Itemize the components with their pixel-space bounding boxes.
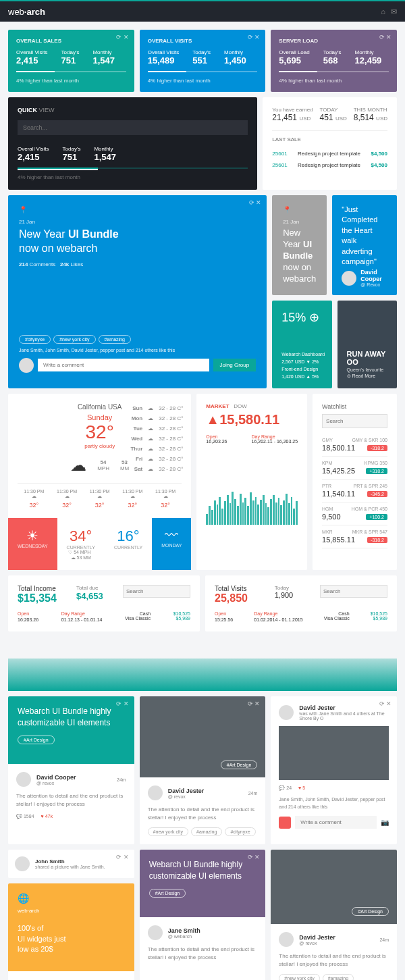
bundle-card-gray: 📍 21 Jan New Year UI Bundlenow on webarc…	[272, 195, 327, 295]
visits-search-input[interactable]	[320, 585, 387, 598]
mail-icon[interactable]: ✉	[391, 7, 397, 16]
watchlist-card: Watchlist GMYGMY & SKR 10018,500.11-318.…	[313, 394, 397, 570]
refresh-icon[interactable]: ⟳	[249, 199, 254, 206]
area-chart	[8, 637, 397, 691]
tab-dow[interactable]: DOW	[234, 403, 247, 409]
weather-icon: ☁	[70, 456, 86, 475]
income-search-input[interactable]	[123, 585, 190, 598]
home-icon[interactable]: ⌂	[381, 7, 385, 16]
camera-icon[interactable]: 📷	[381, 819, 389, 826]
join-group-button[interactable]: Joing Group	[213, 359, 256, 371]
avatar	[16, 772, 31, 787]
tab-market[interactable]: MARKET	[206, 403, 229, 409]
avatar	[148, 925, 163, 940]
refresh-icon[interactable]: ⟳	[116, 700, 122, 707]
overall-visits-card: ⟳ ✕ OVERALL VISITS Overall Visits15,489 …	[140, 30, 266, 92]
avatar	[279, 817, 291, 829]
overall-sales-card: ⟳ ✕ OVERALL SALES Overall Visits2,415 To…	[8, 30, 134, 92]
tag[interactable]: #Art Design	[221, 760, 258, 769]
watchlist-item[interactable]: PTRPRT & SPR 24511,540.11-345.2	[322, 480, 387, 502]
comment-input[interactable]	[38, 359, 209, 371]
social-card-2: ⟳ ✕#Art Design David Jester@ revox24m Th…	[140, 696, 266, 844]
comment-input[interactable]	[295, 816, 377, 829]
quickview-search-input[interactable]	[18, 120, 248, 135]
close-icon[interactable]: ✕	[124, 700, 129, 707]
bundle-card: ⟳ ✕ 📍 21 Jan New Year UI Bundlenow on we…	[8, 195, 267, 388]
avatar	[279, 932, 294, 947]
tag[interactable]: #Art Design	[18, 736, 55, 744]
social-card-1: ⟳ ✕ Webarch UI Bundle highly customizabl…	[8, 696, 134, 844]
quick-view-card: QUICK VIEW Overall Visits2,415 Today's75…	[8, 97, 257, 190]
avatar	[342, 271, 356, 286]
stats-row: ⟳ ✕ OVERALL SALES Overall Visits2,415 To…	[8, 30, 397, 92]
read-more-link[interactable]: ⊙ Read More	[347, 373, 387, 379]
tag[interactable]: #Art Design	[149, 889, 186, 898]
avatar	[15, 856, 30, 871]
share-card: ⟳ ✕ John Smithshared a picture with Jane…	[8, 850, 134, 878]
tag[interactable]: #amazing	[99, 335, 131, 344]
percentage-card: 15% ⊕ Webarch Dashboard2,567 USD ▼ 2% Fr…	[272, 301, 331, 388]
watchlist-item[interactable]: MKRMKR & SPR 54715,855.11-318.2	[322, 525, 387, 548]
topbar: web·arch ⌂ ✉	[0, 0, 405, 22]
watchlist-search-input[interactable]	[322, 414, 387, 428]
social-card-3: ⟳ ✕ David Jesterwas with Jane Smith and …	[271, 696, 397, 844]
post-image	[279, 726, 389, 780]
social-card-5: #Art Design David Jester@ revox24m The a…	[271, 850, 397, 980]
weather-tile-mon: 〰MONDAY	[152, 518, 191, 570]
weather-card: California USA Sunday 32° partly cloudy …	[8, 394, 191, 518]
avatar	[19, 358, 34, 373]
avatar	[279, 705, 294, 720]
total-visits-card: Total Visits25,850 Today1,900 Open15:25.…	[205, 575, 397, 631]
logo: web·arch	[8, 7, 45, 17]
weather-tile-16: 16°CURRENTLY	[105, 518, 152, 570]
quote-card: "Just Completed the Heart walk adverting…	[332, 195, 397, 295]
social-card-4: ⟳ ✕ Webarch UI Bundle highly customizabl…	[140, 850, 266, 980]
server-load-card: ⟳ ✕ SERVER LOAD Overall Load5,695 Today'…	[271, 30, 397, 92]
earnings-card: You have earned21,451 USD TODAY451 USD T…	[263, 97, 397, 190]
total-income-card: Total Income$15,354 Total due$4,653 Open…	[8, 575, 200, 631]
weather-tile-wed: ☀WEDNESDAY	[8, 518, 57, 570]
sale-row[interactable]: 25601Redesign project template$4,500	[272, 148, 387, 159]
watchlist-item[interactable]: HGMHGM & PCR 4509,500+100.2	[322, 502, 387, 525]
run-away-card: RUN AWAY OO Queen's favourite ⊙ Read Mor…	[338, 301, 397, 388]
tag[interactable]: #Art Design	[352, 907, 389, 916]
tag[interactable]: #new york city	[53, 335, 95, 344]
tag[interactable]: #citynyxe	[19, 335, 51, 344]
pin-icon: 📍	[19, 206, 27, 213]
close-icon[interactable]: ✕	[256, 199, 261, 206]
sale-row[interactable]: 25601Redesign project template$4,500	[272, 159, 387, 171]
avatar	[148, 785, 163, 800]
social-card-yellow: 🌐 web·arch 100's ofUI widgets justlow as…	[8, 883, 134, 980]
pin-icon: 📍	[283, 206, 291, 213]
market-card: MARKET DOW ▲15,580.11 Open16,203.26Day R…	[196, 394, 307, 570]
watchlist-item[interactable]: KPMKPMG 35015,425.25+318.2	[322, 457, 387, 480]
market-chart	[206, 471, 298, 525]
weather-tile-current: 34°CURRENTLY♡ 54 MPH ☁ 53 MM	[57, 518, 105, 570]
watchlist-item[interactable]: GMYGMY & SKR 10018,500.11-318.2	[322, 434, 387, 457]
